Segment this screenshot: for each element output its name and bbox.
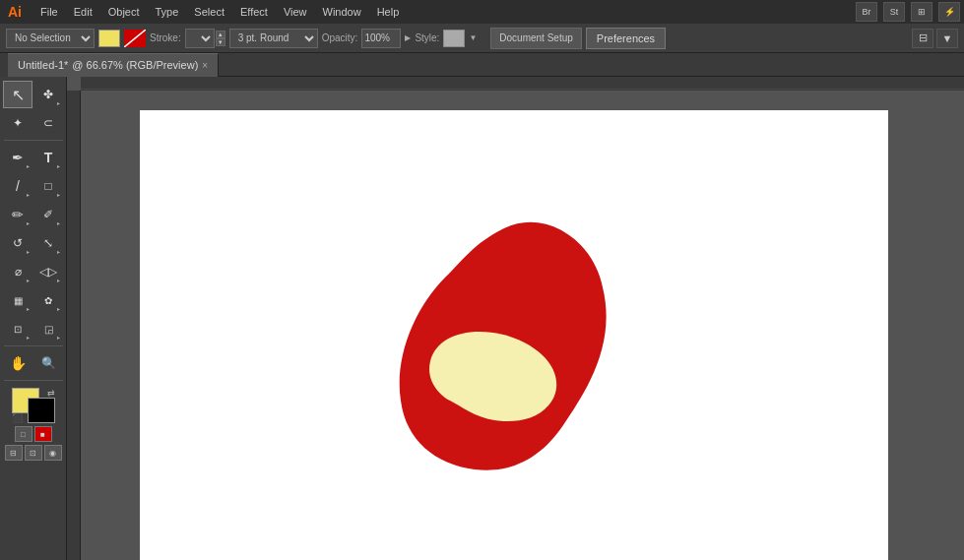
slice-tool-button[interactable]: ◲ ▸ (33, 315, 63, 342)
menu-help[interactable]: Help (370, 4, 407, 20)
shape-tool-button[interactable]: □ ▸ (33, 172, 63, 200)
width-triangle-icon: ▸ (57, 277, 60, 283)
pen-tools-row: ✒ ▸ T ▸ (3, 144, 63, 171)
pencil-triangle-icon: ▸ (57, 219, 60, 226)
scale-triangle-icon: ▸ (57, 248, 60, 255)
paint-tools-row: ✏ ▸ ✐ ▸ (3, 201, 63, 228)
sync-icon[interactable]: ⚡ (938, 2, 960, 22)
width-tool-button[interactable]: ◁▷ ▸ (33, 258, 63, 285)
document-tab[interactable]: Untitled-1* @ 66.67% (RGB/Preview) × (8, 53, 219, 77)
svg-line-0 (124, 30, 146, 47)
vertical-ruler (67, 91, 81, 560)
paintbrush-tool-button[interactable]: ✏ ▸ (3, 201, 32, 228)
hand-tool-button[interactable]: ✋ (3, 349, 32, 377)
screen-mode-row: ⊟ ⊡ ◉ (5, 445, 62, 461)
normal-mode-button[interactable]: □ (15, 426, 32, 442)
warp-tools-row: ⌀ ▸ ◁▷ ▸ (3, 258, 63, 285)
menu-select[interactable]: Select (187, 4, 231, 20)
full-screen-mode-button[interactable]: ⊡ (25, 445, 42, 461)
color-boxes: ⬛ ⇄ (12, 388, 55, 423)
magic-lasso-row: ✦ ⊂ (3, 109, 63, 137)
tab-subtitle: @ 66.67% (RGB/Preview) (72, 59, 198, 71)
stock-icon[interactable]: St (883, 2, 905, 22)
menu-object[interactable]: Object (101, 4, 147, 20)
menu-type[interactable]: Type (149, 4, 186, 20)
bridge-icon[interactable]: Br (856, 2, 877, 22)
rotate-tool-button[interactable]: ↺ ▸ (3, 229, 32, 257)
workspace-icon[interactable]: ⊞ (911, 2, 932, 22)
style-label: Style: (415, 32, 439, 43)
tab-bar: Untitled-1* @ 66.67% (RGB/Preview) × (0, 53, 964, 77)
artboard (140, 110, 888, 560)
menu-view[interactable]: View (277, 4, 314, 20)
line-tools-row: / ▸ □ ▸ (3, 172, 63, 200)
menu-bar: Ai File Edit Object Type Select Effect V… (0, 0, 964, 24)
zoom-tool-button[interactable]: 🔍 (33, 349, 63, 377)
lasso-tool-button[interactable]: ⊂ (33, 109, 63, 137)
menu-effect[interactable]: Effect (233, 4, 275, 20)
type-triangle-icon: ▸ (57, 162, 60, 169)
screen-mode-button[interactable]: ⊟ (5, 445, 23, 461)
rotate-triangle-icon: ▸ (27, 248, 30, 255)
document-setup-button[interactable]: Document Setup (490, 28, 582, 49)
artboard-tools-row: ⊡ ▸ ◲ ▸ (3, 315, 63, 342)
menu-window[interactable]: Window (316, 4, 368, 20)
menu-file[interactable]: File (33, 4, 65, 20)
selection-tool-button[interactable]: ↖ (3, 81, 32, 108)
opacity-arrow-icon: ▶ (405, 33, 411, 42)
menu-edit[interactable]: Edit (67, 4, 99, 20)
tool-divider-1 (4, 140, 63, 141)
pen-tool-button[interactable]: ✒ ▸ (3, 144, 32, 171)
graph-triangle-icon: ▸ (27, 305, 30, 312)
rotate-tools-row: ↺ ▸ ⤡ ▸ (3, 229, 63, 257)
tab-close-button[interactable]: × (202, 60, 208, 71)
expand-icon[interactable]: ▼ (936, 29, 958, 48)
stroke-label: Stroke: (150, 32, 181, 43)
stroke-width-input[interactable] (185, 29, 215, 48)
mode-row: □ ■ (15, 426, 52, 442)
pencil-tool-button[interactable]: ✐ ▸ (33, 201, 63, 228)
stroke-up-btn[interactable]: ▲ (216, 31, 225, 38)
opacity-input[interactable] (361, 29, 401, 48)
app-logo: Ai (4, 4, 26, 20)
tool-triangle-icon: ▸ (57, 99, 60, 106)
magic-wand-tool-button[interactable]: ✦ (3, 109, 32, 137)
symbol-tools-row: ▦ ▸ ✿ ▸ (3, 286, 63, 314)
canvas-content (81, 91, 964, 560)
stroke-diagonal-icon (124, 30, 146, 47)
presentation-mode-button[interactable]: ◉ (44, 445, 62, 461)
symbol-triangle-icon: ▸ (57, 305, 60, 312)
tab-handle (0, 53, 8, 77)
pen-triangle-icon: ▸ (27, 162, 30, 169)
main-layout: ↖ ✤ ▸ ✦ ⊂ ✒ ▸ T ▸ (0, 77, 964, 560)
line-tool-button[interactable]: / ▸ (3, 172, 32, 200)
direct-selection-tool-button[interactable]: ✤ ▸ (33, 81, 63, 108)
selection-tools-row: ↖ ✤ ▸ (3, 81, 63, 108)
type-tool-button[interactable]: T ▸ (33, 144, 63, 171)
arrange-icon[interactable]: ⊟ (912, 29, 933, 48)
warp-tool-button[interactable]: ⌀ ▸ (3, 258, 32, 285)
line-triangle-icon: ▸ (27, 191, 30, 198)
style-swatch[interactable] (443, 30, 465, 47)
column-graph-tool-button[interactable]: ▦ ▸ (3, 286, 32, 314)
preferences-button[interactable]: Preferences (586, 28, 666, 49)
horizontal-ruler (81, 77, 964, 91)
paintbrush-triangle-icon: ▸ (27, 219, 30, 226)
color-reset-icon[interactable]: ⬛ (12, 413, 23, 423)
symbol-tool-button[interactable]: ✿ ▸ (33, 286, 63, 314)
stroke-swatch[interactable] (124, 30, 146, 47)
toolbar: No Selection Stroke: ▲ ▼ 3 pt. Round Opa… (0, 24, 964, 53)
fill-mode-button[interactable]: ■ (34, 426, 52, 442)
menu-icon-group: Br St ⊞ ⚡ (856, 2, 960, 22)
slice-triangle-icon: ▸ (57, 334, 60, 341)
selection-dropdown[interactable]: No Selection (6, 29, 95, 48)
stroke-width-control: ▲ ▼ (185, 29, 225, 48)
scale-tool-button[interactable]: ⤡ ▸ (33, 229, 63, 257)
ruler-h-marks (81, 77, 964, 91)
artboard-tool-button[interactable]: ⊡ ▸ (3, 315, 32, 342)
background-color-box[interactable] (28, 398, 55, 423)
fill-swatch[interactable] (98, 30, 120, 47)
stroke-style-dropdown[interactable]: 3 pt. Round (229, 29, 318, 48)
color-swap-icon[interactable]: ⇄ (47, 388, 55, 398)
stroke-down-btn[interactable]: ▼ (216, 38, 225, 46)
